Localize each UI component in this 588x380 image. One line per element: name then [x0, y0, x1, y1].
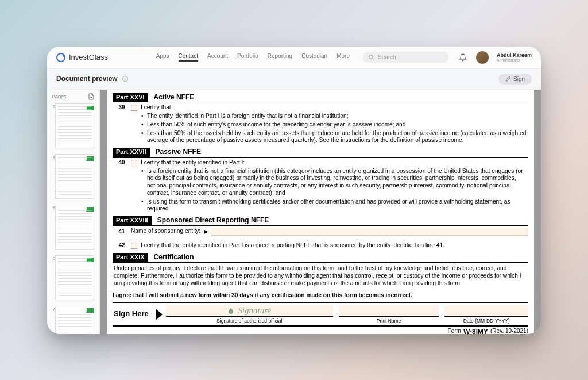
sign-arrow-icon — [156, 309, 163, 320]
agree-text: I agree that I will submit a new form wi… — [113, 290, 528, 303]
part-29-header: Part XXIX Certification — [113, 253, 528, 263]
nav-custodian[interactable]: Custodian — [301, 53, 327, 62]
leaf-icon — [227, 308, 234, 314]
part-26-header: Part XXVI Active NFFE — [113, 93, 528, 103]
nav-reporting[interactable]: Reporting — [268, 53, 292, 62]
main-nav: Apps Contact Account Portfolio Reporting… — [156, 53, 350, 62]
pen-icon — [505, 76, 511, 82]
nav-portfolio[interactable]: Portfolio — [237, 53, 258, 62]
search-placeholder: Search — [378, 54, 396, 60]
svg-line-1 — [373, 59, 374, 60]
page-thumbnail[interactable]: 4 — [52, 154, 95, 199]
brand[interactable]: InvestGlass — [56, 53, 108, 62]
nav-more[interactable]: More — [336, 53, 350, 62]
checkbox-39[interactable] — [131, 105, 137, 111]
document-panel[interactable]: Part XXVI Active NFFE 39 I certify that:… — [100, 90, 541, 334]
page-thumbnail[interactable]: 5 — [52, 205, 95, 250]
part-26-bullets: The entity identified in Part I is a for… — [113, 113, 528, 144]
user-name: Abdul Kareem — [497, 53, 532, 58]
caret-right-icon: ▶ — [204, 228, 208, 236]
app-window: InvestGlass Apps Contact Account Portfol… — [47, 47, 541, 334]
form-footer: Form W-8IMY (Rev. 10-2021) — [113, 326, 528, 334]
page-thumbnail[interactable]: 6 — [52, 255, 95, 300]
date-field[interactable] — [444, 305, 528, 317]
svg-point-0 — [369, 55, 373, 59]
sponsoring-entity-field[interactable] — [211, 228, 528, 236]
sign-button-label: Sign — [513, 76, 525, 82]
signature-field[interactable]: Signature — [166, 305, 333, 317]
checkbox-42[interactable] — [131, 243, 137, 249]
brand-logo-icon — [56, 53, 65, 62]
part-28-header: Part XXVIII Sponsored Direct Reporting N… — [113, 216, 528, 226]
document-sheet: Part XXVI Active NFFE 39 I certify that:… — [107, 90, 534, 334]
checkbox-40[interactable] — [131, 160, 137, 166]
content-area: Pages 3 4 5 6 7 Part XXVI Active NFFE 39 — [47, 90, 541, 334]
add-page-icon[interactable] — [88, 93, 95, 100]
user-role: Administrator — [497, 58, 532, 62]
bell-icon[interactable] — [459, 53, 467, 62]
page-thumbnail[interactable]: 3 — [52, 103, 95, 148]
line-40: 40 I certify that the entity identified … — [113, 158, 528, 167]
nav-contact[interactable]: Contact — [179, 53, 198, 62]
brand-name: InvestGlass — [69, 53, 108, 62]
part-27-header: Part XXVII Passive NFFE — [113, 148, 528, 158]
page-title: Document preview — [56, 75, 118, 83]
user-meta: Abdul Kareem Administrator — [497, 53, 532, 62]
certification-text: Under penalties of perjury, I declare th… — [113, 263, 528, 289]
pages-heading: Pages — [52, 94, 67, 99]
sign-here-label: Sign Here — [113, 303, 152, 325]
nav-account[interactable]: Account — [207, 53, 228, 62]
nav-apps[interactable]: Apps — [156, 53, 169, 62]
part-27-bullets: Is a foreign entity that is not a financ… — [113, 168, 528, 213]
sign-button[interactable]: Sign — [498, 74, 532, 85]
line-42: 42 I certify that the entity identified … — [113, 240, 528, 250]
pages-sidebar: Pages 3 4 5 6 7 — [47, 90, 100, 334]
search-icon — [368, 54, 374, 60]
search-input[interactable]: Search — [362, 52, 448, 63]
help-icon[interactable]: ? — [122, 76, 128, 82]
print-name-field[interactable] — [339, 305, 439, 317]
line-39: 39 I certify that: — [113, 102, 528, 112]
avatar[interactable] — [476, 51, 489, 64]
secondbar: Document preview ? Sign — [47, 69, 541, 90]
page-thumbnail[interactable]: 7 — [52, 306, 95, 334]
thumbnail-list[interactable]: 3 4 5 6 7 — [47, 103, 99, 334]
sign-row: Sign Here Signature Signature of authori… — [113, 302, 528, 326]
line-41: 41 Name of sponsoring entity: ▶ — [113, 226, 528, 236]
topbar: InvestGlass Apps Contact Account Portfol… — [47, 47, 541, 69]
